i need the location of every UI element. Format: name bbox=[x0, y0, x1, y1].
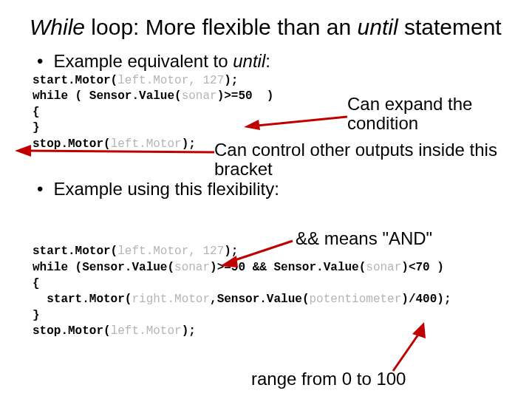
svg-line-2 bbox=[231, 241, 293, 262]
svg-line-3 bbox=[393, 332, 420, 371]
bullet-2-text: Example using this flexibility: bbox=[53, 179, 279, 199]
arrow-expand-condition bbox=[244, 111, 355, 133]
bullet-1-until: until bbox=[233, 51, 265, 71]
arrow-range bbox=[384, 319, 443, 378]
bullet-2: •Example using this flexibility: bbox=[37, 179, 510, 200]
bullet-1-suffix: : bbox=[265, 51, 270, 71]
title-until: until bbox=[358, 15, 398, 39]
annotation-and-means: && means "AND" bbox=[296, 229, 432, 248]
svg-line-0 bbox=[257, 117, 347, 126]
bullet-1-prefix: Example equivalent to bbox=[53, 51, 233, 71]
annotation-expand-condition: Can expand the condition bbox=[347, 95, 502, 134]
bullet-1: •Example equivalent to until: bbox=[37, 51, 510, 72]
title-end: statement bbox=[398, 15, 502, 39]
slide-title: While loop: More flexible than an until … bbox=[30, 15, 510, 41]
arrow-control-outputs bbox=[15, 140, 222, 163]
title-while: While bbox=[30, 15, 85, 39]
annotation-range: range from 0 to 100 bbox=[251, 369, 406, 389]
svg-line-1 bbox=[28, 151, 214, 152]
arrow-and-means bbox=[219, 236, 300, 266]
annotation-control-outputs: Can control other outputs inside this br… bbox=[214, 140, 510, 180]
title-mid1: loop: More flexible than an bbox=[85, 15, 358, 39]
slide: While loop: More flexible than an until … bbox=[0, 0, 532, 399]
